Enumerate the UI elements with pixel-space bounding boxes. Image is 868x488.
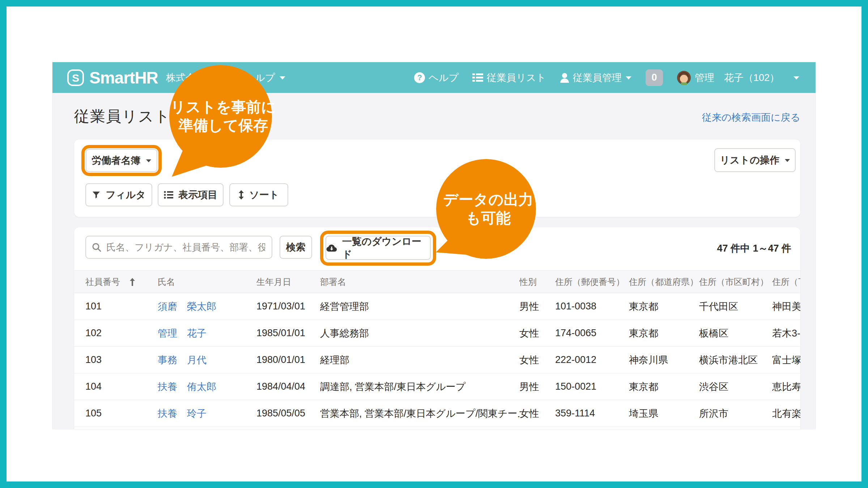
search-icon bbox=[92, 243, 101, 252]
employee-name-link[interactable]: 管理 花子 bbox=[158, 327, 256, 340]
notification-badge[interactable]: 0 bbox=[646, 69, 663, 86]
sort-arrows-icon bbox=[238, 190, 244, 200]
chevron-down-icon[interactable] bbox=[793, 76, 800, 80]
cell-employee-id: 101 bbox=[85, 301, 158, 312]
download-list-button[interactable]: 一覧のダウンロード bbox=[326, 236, 431, 260]
cell-zip: 150-0021 bbox=[555, 381, 629, 392]
cell-employee-id: 103 bbox=[85, 354, 158, 365]
nav-help[interactable]: ? ヘルプ bbox=[414, 71, 459, 84]
back-to-classic-search-link[interactable]: 従来の検索画面に戻る bbox=[702, 111, 800, 124]
cell-birthdate: 1971/03/01 bbox=[256, 301, 320, 312]
callout-line: 準備して保存 bbox=[161, 116, 286, 135]
chevron-down-icon bbox=[279, 76, 286, 80]
column-header-employee-id[interactable]: 社員番号 bbox=[85, 276, 158, 288]
employee-search-field[interactable] bbox=[85, 236, 272, 259]
cell-street: 恵比寿南 bbox=[772, 380, 800, 393]
outer-frame: S SmartHR 株式会 ルプ ? ヘルプ bbox=[7, 7, 861, 481]
cell-birthdate: 1985/05/05 bbox=[256, 408, 320, 419]
svg-text:S: S bbox=[72, 72, 79, 84]
chevron-down-icon bbox=[784, 158, 790, 162]
cell-department: 経理部 bbox=[320, 354, 519, 367]
cell-zip: 174-0065 bbox=[555, 328, 629, 339]
cell-city: 所沢市 bbox=[699, 407, 772, 420]
logo-text: SmartHR bbox=[89, 68, 158, 87]
list-grid-icon bbox=[472, 73, 483, 82]
cell-gender: 男性 bbox=[519, 300, 555, 313]
column-header-gender: 性別 bbox=[519, 276, 555, 288]
column-header-department: 部署名 bbox=[320, 276, 519, 288]
search-input[interactable] bbox=[106, 241, 266, 253]
cell-employee-id: 102 bbox=[85, 328, 158, 339]
cell-gender: 女性 bbox=[519, 354, 555, 367]
column-header-name: 氏名 bbox=[158, 276, 256, 288]
cell-zip: 222-0012 bbox=[555, 354, 629, 365]
table-header-row: 社員番号 氏名 生年月日 部署名 性別 住所（郵便番号） 住所（都道府県） 住所… bbox=[74, 270, 800, 293]
cell-gender: 女性 bbox=[519, 407, 555, 420]
cell-birthdate: 1984/04/04 bbox=[256, 381, 320, 392]
list-icon bbox=[164, 191, 173, 199]
list-actions-dropdown[interactable]: リストの操作 bbox=[714, 148, 796, 172]
table-row: 104 扶養 侑太郎 1984/04/04 調達部, 営業本部/東日本グループ … bbox=[74, 373, 800, 400]
chevron-down-icon bbox=[146, 159, 152, 163]
cell-employee-id: 104 bbox=[85, 381, 158, 392]
employee-name-link[interactable]: 事務 月代 bbox=[158, 354, 256, 367]
table-row: 105 扶養 玲子 1985/05/05 営業本部, 営業本部/東日本グループ/… bbox=[74, 400, 800, 427]
cell-zip: 359-1114 bbox=[555, 408, 629, 419]
employee-name-link[interactable]: 扶養 侑太郎 bbox=[158, 380, 256, 393]
smarthr-logo[interactable]: S SmartHR bbox=[67, 62, 158, 93]
employee-table-card: 検索 一覧のダウンロード 47 件中 1～47 件 社員番号 bbox=[74, 227, 800, 429]
result-count: 47 件中 1～47 件 bbox=[717, 242, 791, 255]
table-row: 101 須磨 榮太郎 1971/03/01 経営管理部 男性 101-0038 … bbox=[74, 293, 800, 320]
person-icon bbox=[560, 73, 569, 83]
cell-gender: 男性 bbox=[519, 380, 555, 393]
column-header-zip: 住所（郵便番号） bbox=[555, 276, 629, 288]
cell-department: 経営管理部 bbox=[320, 300, 519, 313]
help-icon: ? bbox=[414, 72, 425, 83]
sort-button[interactable]: ソート bbox=[229, 183, 288, 206]
sort-ascending-icon bbox=[129, 278, 135, 286]
cell-street: 神田美倉町 bbox=[772, 300, 800, 313]
cell-prefecture: 東京都 bbox=[629, 327, 699, 340]
column-header-birthdate: 生年月日 bbox=[256, 276, 320, 288]
cell-zip: 101-0038 bbox=[555, 301, 629, 312]
cell-prefecture: 東京都 bbox=[629, 380, 699, 393]
display-columns-button[interactable]: 表示項目 bbox=[158, 183, 224, 206]
cell-street: 富士塚4 bbox=[772, 354, 800, 367]
nav-employee-list[interactable]: 従業員リスト bbox=[472, 71, 546, 84]
app-window: S SmartHR 株式会 ルプ ? ヘルプ bbox=[52, 62, 816, 429]
cell-prefecture: 神奈川県 bbox=[629, 354, 699, 367]
cell-city: 渋谷区 bbox=[699, 380, 772, 393]
cell-street: 北有楽町 bbox=[772, 407, 800, 420]
user-menu[interactable]: 管理 花子（102） bbox=[677, 70, 779, 85]
employee-name-link[interactable]: 須磨 榮太郎 bbox=[158, 300, 256, 313]
cell-birthdate: 1980/01/01 bbox=[256, 354, 320, 365]
table-row: 102 管理 花子 1985/01/01 人事総務部 女性 174-0065 東… bbox=[74, 320, 800, 347]
table-row: 103 事務 月代 1980/01/01 経理部 女性 222-0012 神奈川… bbox=[74, 347, 800, 373]
filter-button[interactable]: フィルタ bbox=[85, 183, 152, 206]
funnel-icon bbox=[92, 191, 101, 199]
employee-name-link[interactable]: 扶養 玲子 bbox=[158, 407, 256, 420]
list-controls-card: 労働者名簿 リストの操作 フィルタ bbox=[74, 140, 800, 217]
cell-employee-id: 105 bbox=[85, 408, 158, 419]
cell-department: 人事総務部 bbox=[320, 327, 519, 340]
cell-gender: 女性 bbox=[519, 327, 555, 340]
column-header-city: 住所（市区町村） bbox=[699, 276, 772, 288]
cell-prefecture: 埼玉県 bbox=[629, 407, 699, 420]
worker-roster-dropdown[interactable]: 労働者名簿 bbox=[86, 149, 157, 172]
search-button[interactable]: 検索 bbox=[280, 236, 312, 259]
cell-city: 千代田区 bbox=[699, 300, 772, 313]
nav-employee-admin[interactable]: 従業員管理 bbox=[560, 71, 632, 84]
cell-city: 板橋区 bbox=[699, 327, 772, 340]
cell-street: 若木3-9 bbox=[772, 327, 800, 340]
cell-department: 営業本部, 営業本部/東日本グループ/関東チーム bbox=[320, 407, 519, 420]
page-title: 従業員リスト bbox=[74, 106, 171, 127]
column-header-prefecture: 住所（都道府県） bbox=[629, 276, 699, 288]
callout-line: リストを事前に bbox=[161, 98, 286, 116]
table-body: 101 須磨 榮太郎 1971/03/01 経営管理部 男性 101-0038 … bbox=[74, 293, 800, 427]
smarthr-s-icon: S bbox=[67, 69, 84, 86]
company-name-fragment: 株式会 bbox=[166, 62, 195, 93]
cell-birthdate: 1985/01/01 bbox=[256, 328, 320, 339]
cell-prefecture: 東京都 bbox=[629, 300, 699, 313]
avatar bbox=[677, 70, 691, 85]
company-name-dropdown[interactable]: ルプ bbox=[255, 62, 286, 93]
